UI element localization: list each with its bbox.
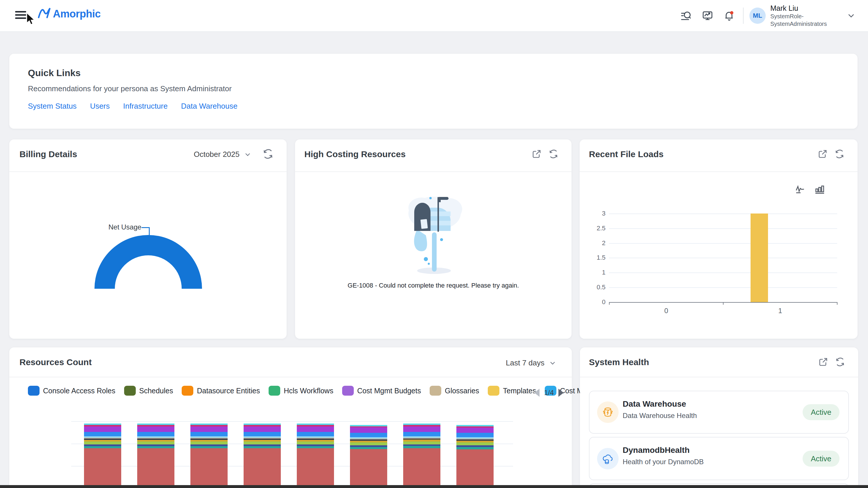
bar-segment-series-10 (84, 426, 121, 432)
y-axis-tick-label: 1 (588, 269, 606, 276)
legend-item-hcls-workflows[interactable]: Hcls Workflows (269, 386, 333, 396)
y-axis-tick-label: 2 (588, 239, 606, 247)
database-icon (597, 401, 619, 423)
bar-segment-series-9 (350, 433, 387, 437)
quick-link-users[interactable]: Users (90, 102, 110, 111)
line-chart-toggle-icon[interactable] (795, 184, 806, 196)
legend-item-datasource-entities[interactable]: Datasource Entities (182, 386, 260, 396)
gauge-label: Net Usage (108, 223, 141, 231)
stacked-bar[interactable] (244, 424, 281, 488)
quick-link-data-warehouse[interactable]: Data Warehouse (181, 102, 238, 111)
recent-file-loads-chart[interactable]: 00.511.522.5301 (609, 209, 839, 315)
bar-segment-series-4 (244, 442, 281, 445)
legend-swatch (182, 386, 193, 396)
stacked-bar[interactable] (350, 425, 387, 488)
bar-segment-series-2 (190, 446, 227, 448)
bar-segment-series-1 (297, 448, 334, 488)
resources-header-divider (9, 377, 572, 377)
status-badge: Active (803, 404, 839, 420)
error-message: GE-1008 - Could not complete the request… (295, 282, 571, 289)
user-info[interactable]: Mark Liu SystemRole- SystemAdministrator… (770, 4, 843, 28)
bar-segment-series-4 (297, 442, 334, 445)
user-menu-chevron-down-icon[interactable] (843, 7, 859, 24)
bar-segment-series-2 (456, 447, 494, 449)
high-costing-title: High Costing Resources (304, 149, 405, 159)
resources-range-value: Last 7 days (506, 358, 545, 367)
top-bar: Amorphic (0, 0, 868, 32)
empty-mailbox-illustration (405, 192, 464, 277)
stacked-bar[interactable] (137, 424, 175, 488)
health-item-dynamodb[interactable]: DynamodbHealth Health of your DynamoDB A… (589, 437, 849, 480)
bar-segment-series-1 (190, 448, 227, 488)
bar-segment-series-9 (297, 432, 334, 436)
gauge-label-connector (142, 227, 150, 228)
legend-pager: 1/4 (534, 389, 564, 397)
system-health-external-link-icon[interactable] (818, 357, 829, 368)
bar-segment-series-4 (403, 442, 440, 445)
legend-item-templates[interactable]: Templates (488, 386, 536, 396)
high-costing-external-link-icon[interactable] (531, 149, 542, 160)
bar-segment-series-4 (137, 442, 175, 445)
x-axis-tick (837, 302, 837, 305)
legend-swatch (430, 386, 441, 396)
billing-period-select[interactable]: October 2025 (194, 150, 252, 159)
recent-loads-external-link-icon[interactable] (817, 149, 828, 160)
system-health-header-divider (580, 377, 858, 377)
mouse-cursor (26, 13, 38, 27)
bar-segment-series-10 (456, 428, 494, 433)
x-axis-tick-label: 0 (657, 307, 675, 315)
hamburger-menu-icon[interactable] (15, 11, 26, 20)
legend-item-glossaries[interactable]: Glossaries (430, 386, 479, 396)
legend-item-console-access-roles[interactable]: Console Access Roles (28, 386, 115, 396)
dashboard-page: Amorphic (0, 0, 868, 488)
x-axis-tick (609, 302, 610, 305)
y-axis-tick-label: 3 (588, 210, 606, 217)
brand-logo[interactable]: Amorphic (37, 7, 100, 21)
stacked-bar[interactable] (84, 424, 121, 488)
health-item-name: DynamodbHealth (623, 446, 704, 455)
bar-segment-series-10 (244, 426, 281, 432)
bar-segment-series-10 (190, 426, 227, 432)
legend-item-schedules[interactable]: Schedules (124, 386, 173, 396)
gridline (71, 421, 513, 422)
system-health-refresh-icon[interactable] (835, 357, 845, 368)
bar-segment-series-9 (137, 432, 175, 436)
avatar[interactable]: ML (749, 7, 766, 24)
gridline (609, 272, 837, 273)
legend-swatch (269, 386, 280, 396)
x-axis-tick-label: 1 (772, 307, 789, 315)
legend-next-icon[interactable] (558, 389, 564, 397)
quick-link-infrastructure[interactable]: Infrastructure (123, 102, 168, 111)
health-item-data-warehouse[interactable]: Data Warehouse Data Warehouse Health Act… (589, 391, 849, 434)
bar-chart-toggle-icon[interactable] (814, 184, 826, 196)
search-icon[interactable] (678, 7, 694, 24)
high-costing-refresh-icon[interactable] (548, 149, 559, 160)
notifications-bell-icon[interactable] (721, 7, 737, 24)
billing-refresh-icon[interactable] (262, 148, 274, 161)
x-axis-tick (723, 302, 723, 305)
recent-loads-header-divider (580, 171, 858, 172)
resources-count-chart[interactable]: 800600400200 (71, 408, 516, 488)
bar-segment-series-1 (137, 448, 175, 488)
bar-segment-series-10 (137, 426, 175, 432)
legend-item-cost-mgmt-budgets[interactable]: Cost Mgmt Budgets (342, 386, 421, 396)
stacked-bar[interactable] (297, 424, 334, 488)
metrics-monitor-icon[interactable] (700, 7, 716, 24)
bar-segment-series-4 (456, 443, 494, 445)
user-name: Mark Liu (770, 4, 843, 12)
bar-segment-series-9 (244, 432, 281, 436)
bar-segment-series-2 (137, 446, 175, 448)
recent-loads-refresh-icon[interactable] (834, 149, 845, 160)
resources-range-select[interactable]: Last 7 days (506, 358, 557, 367)
stacked-bar[interactable] (456, 425, 494, 488)
stacked-bar[interactable] (190, 424, 227, 488)
y-axis-tick-label: 1.5 (588, 254, 606, 261)
stacked-bar[interactable] (403, 424, 440, 488)
quick-link-system-status[interactable]: System Status (28, 102, 77, 111)
bottom-edge-strip (0, 485, 868, 488)
quick-links-card: Quick Links Recommendations for your per… (9, 54, 858, 129)
y-axis-tick-label: 0 (588, 298, 606, 306)
health-item-desc: Data Warehouse Health (623, 412, 697, 420)
legend-prev-icon[interactable] (534, 389, 539, 397)
header-divider (743, 7, 744, 24)
